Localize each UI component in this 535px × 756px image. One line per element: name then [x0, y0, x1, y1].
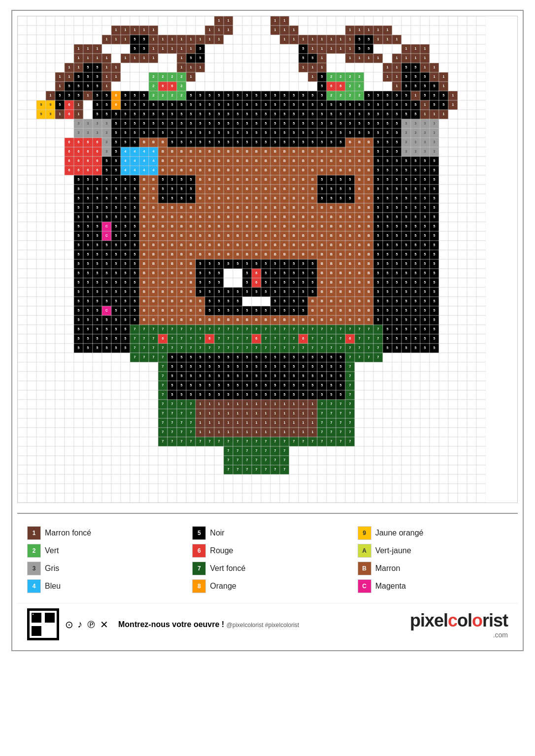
legend-item-8: 8 Orange — [192, 579, 342, 593]
legend-label: Magenta — [375, 582, 406, 591]
legend-label: Vert foncé — [210, 564, 245, 573]
brand-wrap: pixelcolorist .com — [410, 610, 508, 639]
legend-label: Rouge — [210, 546, 233, 555]
brand-color-part: c — [448, 610, 457, 630]
legend-label: Marron — [375, 564, 401, 573]
divider — [17, 513, 518, 514]
handle: @pixelcolorist #pixelcolorist — [227, 622, 300, 629]
pinterest-icon: ℗ — [86, 619, 96, 630]
legend-swatch: 4 — [27, 579, 41, 593]
legend-swatch: A — [358, 544, 371, 558]
legend-item-3: 3 Gris — [27, 562, 177, 575]
main-container: 1 Marron foncé 5 Noir 9 Jaune orangé 2 V… — [11, 10, 524, 651]
legend-swatch: 3 — [27, 562, 41, 575]
legend-label: Bleu — [45, 582, 61, 591]
legend-swatch: 9 — [358, 526, 371, 540]
legend-item-5: 5 Noir — [192, 526, 342, 540]
legend-item-A: A Vert-jaune — [358, 544, 508, 558]
tiktok-icon: ♪ — [77, 619, 82, 630]
legend-item-1: 1 Marron foncé — [27, 526, 177, 540]
legend-label: Noir — [210, 529, 224, 537]
legend-swatch: 5 — [192, 526, 206, 540]
legend-label: Marron foncé — [45, 529, 91, 537]
legend-swatch: 8 — [192, 579, 206, 593]
legend-swatch: B — [358, 562, 371, 575]
footer-text: Montrez-nous votre oeuvre ! @pixelcolori… — [118, 620, 299, 629]
legend-item-6: 6 Rouge — [192, 544, 342, 558]
legend-item-7: 7 Vert foncé — [192, 562, 342, 575]
tagline: Montrez-nous votre oeuvre ! — [118, 620, 224, 629]
pixel-art-grid — [17, 16, 518, 503]
legend-swatch: 7 — [192, 562, 206, 575]
legend-item-C: C Magenta — [358, 579, 508, 593]
legend-item-9: 9 Jaune orangé — [358, 526, 508, 540]
social-icons: ⊙ ♪ ℗ ✕ — [65, 619, 108, 630]
brand-name: pixelcolorist — [410, 610, 508, 631]
legend-label: Vert-jaune — [375, 546, 411, 555]
legend-item-2: 2 Vert — [27, 544, 177, 558]
legend-swatch: 1 — [27, 526, 41, 540]
qr-code — [27, 608, 59, 640]
legend-swatch: 2 — [27, 544, 41, 558]
legend-swatch: 6 — [192, 544, 206, 558]
legend-label: Gris — [45, 564, 59, 573]
legend-label: Orange — [210, 582, 236, 591]
legend-item-4: 4 Bleu — [27, 579, 177, 593]
legend-item-B: B Marron — [358, 562, 508, 575]
legend-label: Jaune orangé — [375, 529, 424, 537]
footer: ⊙ ♪ ℗ ✕ Montrez-nous votre oeuvre ! @pix… — [17, 603, 518, 645]
brand-com: .com — [410, 631, 508, 639]
x-icon: ✕ — [100, 619, 108, 630]
legend-swatch: C — [358, 579, 371, 593]
legend: 1 Marron foncé 5 Noir 9 Jaune orangé 2 V… — [17, 519, 518, 600]
instagram-icon: ⊙ — [65, 619, 73, 630]
legend-label: Vert — [45, 546, 59, 555]
footer-left: ⊙ ♪ ℗ ✕ Montrez-nous votre oeuvre ! @pix… — [27, 608, 299, 640]
